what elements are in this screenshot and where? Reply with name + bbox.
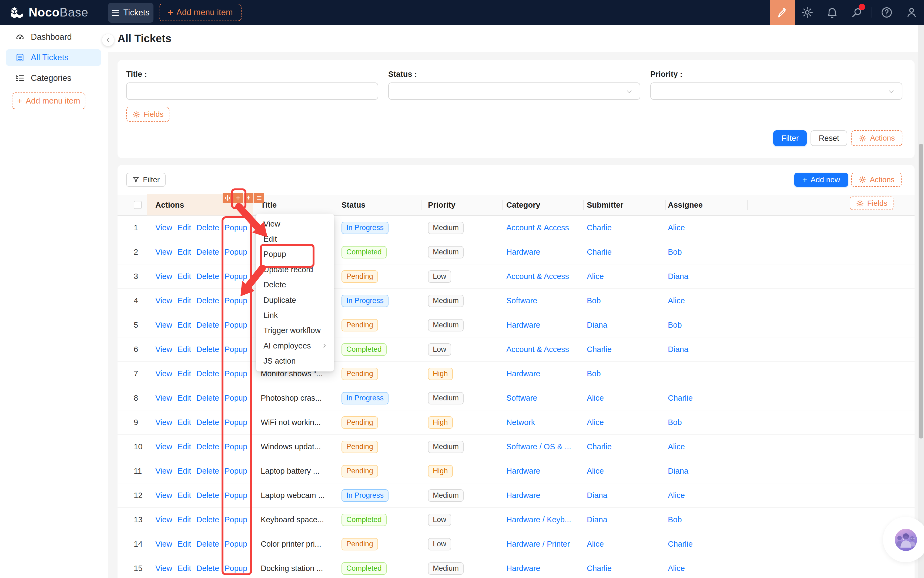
category-link[interactable]: Hardware <box>506 248 540 257</box>
menu-item-delete[interactable]: Delete <box>256 278 334 292</box>
notifications-button[interactable] <box>820 0 845 25</box>
row-action-popup-link[interactable]: Popup <box>225 321 247 330</box>
row-action-popup-link[interactable]: Popup <box>225 491 247 500</box>
row-action-view-link[interactable]: View <box>155 394 172 403</box>
row-action-delete-link[interactable]: Delete <box>196 564 219 573</box>
select-all-checkbox[interactable] <box>134 201 142 209</box>
row-action-view-link[interactable]: View <box>155 296 172 305</box>
row-action-delete-link[interactable]: Delete <box>196 418 219 427</box>
submitter-link[interactable]: Alice <box>587 540 604 549</box>
category-link[interactable]: Account & Access <box>506 272 569 281</box>
category-link[interactable]: Account & Access <box>506 345 569 354</box>
category-link[interactable]: Hardware / Printer <box>506 540 570 549</box>
menu-item-link[interactable]: Link <box>256 308 334 323</box>
sidebar-item-dashboard[interactable]: Dashboard <box>6 29 101 45</box>
row-action-view-link[interactable]: View <box>155 442 172 451</box>
submitter-link[interactable]: Charlie <box>587 248 612 257</box>
category-link[interactable]: Hardware <box>506 369 540 378</box>
category-link[interactable]: Hardware / Keyb... <box>506 515 571 524</box>
help-button[interactable] <box>874 0 899 25</box>
table-actions-config-button[interactable]: Actions <box>851 173 901 187</box>
row-action-view-link[interactable]: View <box>155 369 172 378</box>
user-button[interactable] <box>899 0 924 25</box>
row-action-delete-link[interactable]: Delete <box>196 369 219 378</box>
category-link[interactable]: Software / OS & ... <box>506 442 571 451</box>
assignee-link[interactable]: Alice <box>668 491 685 500</box>
row-action-edit-link[interactable]: Edit <box>178 418 191 427</box>
category-link[interactable]: Hardware <box>506 321 540 330</box>
assignee-link[interactable]: Diana <box>668 272 688 281</box>
row-action-view-link[interactable]: View <box>155 272 172 281</box>
row-action-view-link[interactable]: View <box>155 345 172 354</box>
category-link[interactable]: Hardware <box>506 467 540 476</box>
row-action-edit-link[interactable]: Edit <box>178 321 191 330</box>
menu-item-js-action[interactable]: JS action <box>256 354 334 369</box>
ui-editor-pen-button[interactable] <box>770 0 795 25</box>
submitter-link[interactable]: Diana <box>587 491 607 500</box>
row-action-edit-link[interactable]: Edit <box>178 272 191 281</box>
row-action-popup-link[interactable]: Popup <box>225 540 247 549</box>
row-action-delete-link[interactable]: Delete <box>196 540 219 549</box>
row-action-view-link[interactable]: View <box>155 515 172 524</box>
row-action-delete-link[interactable]: Delete <box>196 515 219 524</box>
row-action-popup-link[interactable]: Popup <box>225 418 247 427</box>
nav-add-menu-item-button[interactable]: + Add menu item <box>159 4 241 21</box>
row-action-view-link[interactable]: View <box>155 467 172 476</box>
initializer-lightning-icon[interactable] <box>244 193 253 203</box>
scrollbar-track[interactable] <box>918 25 924 578</box>
assignee-link[interactable]: Alice <box>668 442 685 451</box>
assignee-link[interactable]: Bob <box>668 418 682 427</box>
row-action-view-link[interactable]: View <box>155 540 172 549</box>
sidebar-item-categories[interactable]: Categories <box>6 70 101 86</box>
schema-settings-menu-icon[interactable] <box>254 193 264 203</box>
row-action-delete-link[interactable]: Delete <box>196 272 219 281</box>
search-button[interactable] <box>845 0 869 25</box>
category-link[interactable]: Software <box>506 296 537 305</box>
submitter-link[interactable]: Alice <box>587 272 604 281</box>
form-actions-config-button[interactable]: Actions <box>851 130 902 146</box>
drag-handle-icon[interactable] <box>223 193 232 203</box>
row-action-popup-link[interactable]: Popup <box>225 248 247 257</box>
row-action-popup-link[interactable]: Popup <box>225 223 247 232</box>
category-link[interactable]: Hardware <box>506 564 540 573</box>
menu-item-ai-employees[interactable]: AI employees <box>256 338 334 353</box>
row-action-delete-link[interactable]: Delete <box>196 467 219 476</box>
row-action-delete-link[interactable]: Delete <box>196 394 219 403</box>
menu-item-trigger-workflow[interactable]: Trigger workflow <box>256 323 334 338</box>
row-action-popup-link[interactable]: Popup <box>225 296 247 305</box>
row-action-view-link[interactable]: View <box>155 223 172 232</box>
row-action-delete-link[interactable]: Delete <box>196 491 219 500</box>
assignee-link[interactable]: Charlie <box>668 540 693 549</box>
submitter-link[interactable]: Charlie <box>587 345 612 354</box>
form-fields-config-button[interactable]: Fields <box>126 107 169 122</box>
assignee-link[interactable]: Alice <box>668 296 685 305</box>
submitter-link[interactable]: Charlie <box>587 223 612 232</box>
menu-item-duplicate[interactable]: Duplicate <box>256 292 334 308</box>
row-action-popup-link[interactable]: Popup <box>225 345 247 354</box>
assignee-link[interactable]: Bob <box>668 248 682 257</box>
category-link[interactable]: Network <box>506 418 535 427</box>
row-action-edit-link[interactable]: Edit <box>178 223 191 232</box>
submitter-link[interactable]: Diana <box>587 515 607 524</box>
assignee-link[interactable]: Diana <box>668 345 688 354</box>
status-select[interactable] <box>388 83 640 100</box>
row-action-edit-link[interactable]: Edit <box>178 540 191 549</box>
submitter-link[interactable]: Alice <box>587 418 604 427</box>
submitter-link[interactable]: Charlie <box>587 442 612 451</box>
row-action-view-link[interactable]: View <box>155 418 172 427</box>
add-new-button[interactable]: + Add new <box>794 173 848 187</box>
row-action-edit-link[interactable]: Edit <box>178 515 191 524</box>
sidebar-item-all-tickets[interactable]: All Tickets <box>6 49 101 66</box>
row-action-edit-link[interactable]: Edit <box>178 369 191 378</box>
assignee-link[interactable]: Alice <box>668 564 685 573</box>
title-input[interactable] <box>126 83 378 100</box>
row-action-edit-link[interactable]: Edit <box>178 345 191 354</box>
row-action-view-link[interactable]: View <box>155 321 172 330</box>
reset-button[interactable]: Reset <box>811 130 847 146</box>
menu-item-edit[interactable]: Edit <box>256 231 334 247</box>
table-filter-button[interactable]: Filter <box>126 173 166 187</box>
assignee-link[interactable]: Diana <box>668 467 688 476</box>
table-fields-config-button[interactable]: Fields <box>850 196 893 210</box>
row-action-edit-link[interactable]: Edit <box>178 248 191 257</box>
row-action-delete-link[interactable]: Delete <box>196 442 219 451</box>
